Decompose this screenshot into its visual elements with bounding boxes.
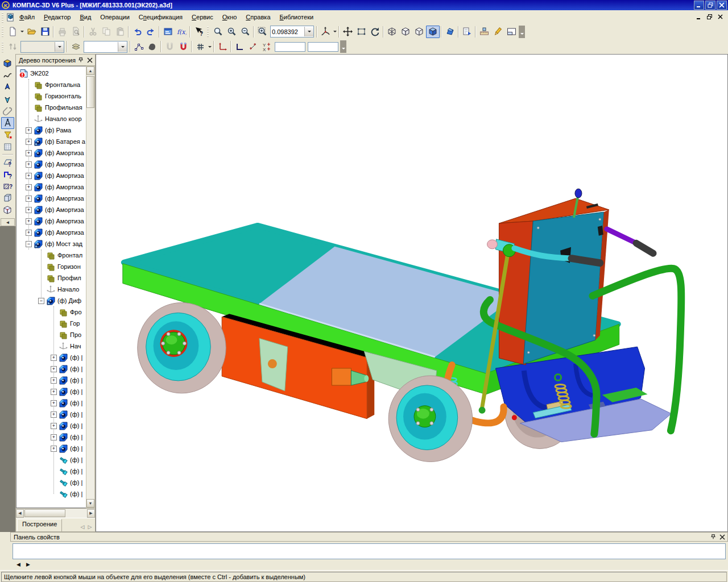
tree-item[interactable]: +(ф) | — [16, 386, 86, 397]
assembly-operations-button[interactable] — [1, 204, 14, 216]
scroll-right-arrow[interactable]: ▶ — [87, 509, 95, 518]
toolbar-overflow-chevron[interactable] — [519, 26, 525, 38]
measure-button[interactable] — [477, 26, 491, 38]
tree-item[interactable]: Начало коор — [16, 113, 86, 124]
tree-item[interactable]: Фронтальна — [16, 79, 86, 90]
scrollbar-thumb[interactable] — [24, 509, 65, 517]
sketch-parameters-button[interactable]: ? — [1, 156, 14, 168]
tree-item[interactable]: (ф) | — [16, 477, 86, 488]
tree-item[interactable]: Гор — [16, 318, 86, 329]
tree-content[interactable]: ЭК202ФронтальнаГоризонтальПрофильнаяНача… — [16, 66, 86, 508]
tree-item[interactable]: Фронтал — [16, 250, 86, 261]
tab-build[interactable]: Построение — [17, 519, 62, 531]
grid-button[interactable] — [193, 40, 207, 53]
properties-bar[interactable]: Панель свойств — [10, 532, 728, 542]
tree-expander-plus[interactable]: + — [26, 127, 32, 134]
menu-6[interactable]: Сервис — [187, 12, 218, 22]
tree-item[interactable]: +(ф) | — [16, 397, 86, 409]
print-button[interactable] — [55, 26, 69, 38]
tree-item[interactable]: Начало — [16, 284, 86, 295]
paste-button[interactable] — [113, 26, 127, 38]
coordinates-yx-button[interactable]: YX — [260, 40, 274, 53]
model-states-button[interactable] — [6, 40, 19, 53]
function-button[interactable]: f(x) — [175, 26, 188, 38]
tree-expander-minus[interactable]: − — [38, 298, 44, 304]
tree-item[interactable]: +(ф) | — [16, 363, 86, 375]
state-combo[interactable] — [20, 41, 64, 53]
orientation-dropdown-icon[interactable] — [332, 26, 337, 38]
tree-expander-plus[interactable]: + — [26, 218, 32, 225]
display-hidden-lines-thin-button[interactable] — [412, 26, 426, 38]
zoom-out-button[interactable] — [238, 26, 252, 38]
menu-5[interactable]: Спецификация — [134, 12, 187, 22]
tree-item[interactable]: Горизонталь — [16, 90, 86, 102]
rotate-view-button[interactable] — [368, 26, 382, 38]
tree-item[interactable]: +(ф) Амортиза — [16, 159, 86, 170]
toolbar-grip[interactable] — [1, 26, 5, 38]
orientation-button[interactable] — [318, 26, 332, 38]
tree-expander-plus[interactable]: + — [51, 411, 57, 418]
redo-button[interactable] — [144, 26, 158, 38]
tree-expander-plus[interactable]: + — [51, 389, 57, 395]
tree-item[interactable]: +(ф) Амортиза — [16, 227, 86, 238]
tree-item[interactable]: +(ф) Рама — [16, 124, 86, 136]
menu-7[interactable]: Окно — [218, 12, 242, 22]
title-bar[interactable]: K КОМПАС-3D V6 Plus - [МЖИГ.481333.001(Э… — [0, 0, 728, 10]
tree-item[interactable]: +(ф) | — [16, 375, 86, 386]
menu-8[interactable]: Справка — [241, 12, 275, 22]
zoom-scale-combo-input[interactable] — [271, 27, 304, 36]
scroll-left-arrow[interactable]: ◀ — [16, 509, 24, 518]
menu-grip[interactable] — [1, 11, 5, 22]
measure-3d-button[interactable] — [1, 117, 14, 129]
tree-item[interactable]: +(ф) Амортиза — [16, 181, 86, 193]
tree-item[interactable]: +(ф) | — [16, 443, 86, 454]
tree-header[interactable]: Дерево построения — [16, 55, 95, 66]
surface-tool-2-button[interactable] — [1, 93, 14, 105]
tree-close-icon[interactable] — [85, 56, 94, 64]
display-perspective-button[interactable] — [443, 26, 457, 38]
doc-restore-button[interactable] — [705, 13, 714, 21]
tree-item[interactable]: +(ф) Амортиза — [16, 215, 86, 227]
tree-expander-plus[interactable]: + — [51, 446, 57, 452]
zoom-tool-button[interactable] — [211, 26, 225, 38]
scroll-up-arrow[interactable]: ▲ — [86, 66, 94, 75]
surface-parameters-button[interactable]: ? — [1, 180, 14, 192]
tree-item[interactable]: +(ф) Амортиза — [16, 193, 86, 204]
tree-item[interactable]: −(ф) Мост зад — [16, 238, 86, 250]
scrollbar-thumb[interactable] — [86, 76, 94, 108]
collapse-panel-button[interactable]: ◄ — [1, 218, 15, 226]
print-preview-button[interactable] — [69, 26, 82, 38]
tree-item[interactable]: +(ф) Батарея а — [16, 136, 86, 147]
tree-item[interactable]: +(ф) Амортиза — [16, 170, 86, 181]
coord-y-field[interactable] — [275, 42, 305, 52]
context-help-button[interactable]: ? — [192, 26, 205, 38]
tree-expander-plus[interactable]: + — [26, 196, 32, 202]
zoom-frame-button[interactable] — [354, 26, 368, 38]
tree-expander-plus[interactable]: + — [26, 150, 32, 156]
toolbar-overflow-chevron[interactable] — [340, 40, 346, 53]
tree-vertical-scrollbar[interactable]: ▲ ▼ — [86, 66, 95, 508]
tree-expander-plus[interactable]: + — [26, 184, 32, 190]
component-library-button[interactable] — [1, 192, 14, 204]
tree-item[interactable]: Горизон — [16, 261, 86, 272]
display-shaded-button[interactable] — [426, 26, 440, 38]
mass-properties-button[interactable] — [146, 40, 159, 53]
coord-x-field[interactable] — [308, 42, 338, 52]
layer-combo-input[interactable] — [84, 43, 118, 51]
doc-close-button[interactable] — [715, 13, 725, 21]
tree-expander-plus[interactable]: + — [51, 355, 57, 361]
undo-button[interactable] — [130, 26, 144, 38]
tree-expander-plus[interactable]: + — [51, 400, 57, 406]
tree-expander-plus[interactable]: + — [51, 366, 57, 372]
layers-button[interactable] — [69, 40, 82, 53]
tree-expander-minus[interactable]: − — [26, 241, 32, 247]
restore-button[interactable] — [705, 1, 715, 10]
copy-button[interactable] — [100, 26, 113, 38]
3d-viewport[interactable] — [96, 54, 728, 532]
tree-item[interactable]: Нач — [16, 340, 86, 352]
doc-minimize-button[interactable] — [694, 13, 703, 21]
toolbar-grip[interactable] — [206, 26, 210, 38]
tree-item[interactable]: +(ф) | — [16, 420, 86, 431]
document-icon[interactable] — [6, 13, 15, 21]
scroll-down-arrow[interactable]: ▼ — [86, 499, 94, 508]
